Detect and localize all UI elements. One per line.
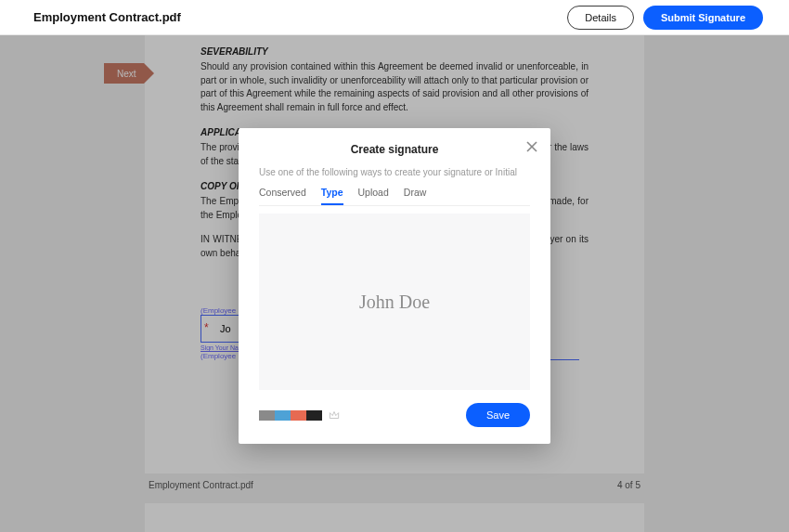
save-button[interactable]: Save (466, 403, 530, 427)
create-signature-modal: Create signature Use one of the followin… (239, 128, 550, 444)
signature-preview-text: John Doe (359, 292, 430, 313)
color-swatches (259, 410, 322, 421)
tab-draw[interactable]: Draw (404, 187, 427, 205)
modal-subtitle: Use one of the following ways to create … (259, 167, 530, 177)
signature-method-tabs: Conserved Type Upload Draw (259, 187, 530, 206)
details-button[interactable]: Details (567, 6, 634, 30)
color-swatch-blue[interactable] (275, 410, 291, 421)
modal-title: Create signature (259, 143, 530, 156)
document-title: Employment Contract.pdf (33, 10, 558, 24)
tab-upload[interactable]: Upload (358, 187, 389, 205)
color-swatch-black[interactable] (306, 410, 322, 421)
color-swatch-gray[interactable] (259, 410, 275, 421)
color-swatch-red[interactable] (291, 410, 306, 421)
tab-conserved[interactable]: Conserved (259, 187, 306, 205)
modal-footer: Save (259, 403, 530, 427)
close-icon[interactable] (526, 139, 537, 156)
tab-type[interactable]: Type (321, 187, 343, 205)
signature-preview-canvas[interactable]: John Doe (259, 214, 530, 390)
submit-signature-button[interactable]: Submit Signature (643, 6, 763, 30)
workspace: SEVERABILITY Should any provision contai… (0, 35, 789, 532)
app-header: Employment Contract.pdf Details Submit S… (0, 0, 789, 35)
premium-icon[interactable] (328, 409, 341, 422)
